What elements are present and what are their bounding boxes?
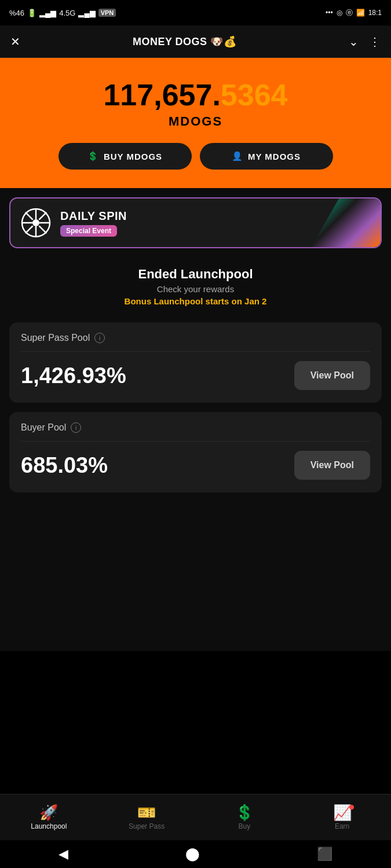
hero-buttons: 💲 BUY MDOGS 👤 MY MDOGS [12,143,379,170]
pool-card-header-super: Super Pass Pool i [21,333,370,352]
bottom-nav: 🚀 Launchpool 🎫 Super Pass 💲 Buy 📈 Earn [0,794,391,840]
nav-super-pass[interactable]: 🎫 Super Pass [98,800,196,835]
status-left: %46 🔋 ▂▄▆ 4.5G ▂▄▆ VPN [9,9,116,17]
nav-earn[interactable]: 📈 Earn [293,800,391,835]
signal-icon-2: ▂▄▆ [78,9,95,17]
hero-section: 117,657.5364 MDOGS 💲 BUY MDOGS 👤 MY MDOG… [0,58,391,188]
battery-indicator: %46 [9,9,24,17]
buy-mdogs-button[interactable]: 💲 BUY MDOGS [59,143,192,170]
person-icon: 👤 [232,151,243,161]
view-super-pass-pool-button[interactable]: View Pool [294,361,370,390]
amount-decimal: 5364 [221,78,288,112]
svg-point-1 [32,219,39,226]
amount-whole: 117,657. [103,78,220,112]
my-mdogs-button[interactable]: 👤 MY MDOGS [200,143,333,170]
super-pass-percentage: 1,426.93% [21,363,126,388]
launchpool-section: Ended Launchpool Check your rewards Bonu… [9,262,382,311]
circle-icon: ◎ [337,9,342,17]
earn-icon-wrapper: 📈 [333,805,352,820]
spin-title: DAILY SPIN [60,209,370,223]
super-pass-pool-card: Super Pass Pool i 1,426.93% View Pool [9,322,382,403]
launchpool-nav-label: Launchpool [31,822,67,830]
nav-buy[interactable]: 💲 Buy [196,800,294,835]
android-back-button[interactable]: ◀ [59,847,68,862]
app-bar-actions: ⌄ ⋮ [349,35,381,49]
buy-nav-label: Buy [239,822,251,830]
android-nav-bar: ◀ ⬤ ⬛ [0,840,391,868]
buyer-pool-label: Buyer Pool [21,422,66,433]
clock: 18:1 [368,9,382,17]
buyer-pool-percentage: 685.03% [21,453,108,478]
spin-badge: Special Event [60,225,117,237]
android-recents-button[interactable]: ⬛ [317,847,332,862]
status-right: ••• ◎ ⓔ 📶 18:1 [326,8,382,18]
spin-text: DAILY SPIN Special Event [60,209,370,237]
launchpool-title: Ended Launchpool [9,267,382,282]
super-pass-nav-label: Super Pass [129,822,165,830]
pool-card-header-buyer: Buyer Pool i [21,422,370,442]
svg-line-8 [39,212,46,220]
browser-icon: ⓔ [346,8,353,18]
nav-launchpool[interactable]: 🚀 Launchpool [0,800,98,835]
hero-currency: MDOGS [12,114,379,129]
earn-nav-label: Earn [335,822,349,830]
buy-mdogs-label: BUY MDOGS [104,152,162,161]
signal-icon: ▂▄▆ [39,9,56,17]
hero-amount: 117,657.5364 [12,79,379,112]
launchpool-subtitle: Check your rewards [9,284,382,294]
battery-icon: 🔋 [27,9,36,17]
launchpool-nav-icon: 🚀 [39,805,58,820]
my-mdogs-label: MY MDOGS [248,152,301,161]
super-pass-info-icon[interactable]: i [94,333,105,343]
daily-spin-banner[interactable]: DAILY SPIN Special Event [9,197,382,248]
status-bar: %46 🔋 ▂▄▆ 4.5G ▂▄▆ VPN ••• ◎ ⓔ 📶 18:1 [0,0,391,25]
super-pass-nav-icon: 🎫 [137,805,156,820]
earn-nav-icon: 📈 [333,804,352,821]
dollar-icon: 💲 [87,151,99,161]
main-content: DAILY SPIN Special Event Ended Launchpoo… [0,188,391,651]
spin-wheel-icon [21,208,51,238]
buyer-pool-card: Buyer Pool i 685.03% View Pool [9,412,382,492]
dots-icon: ••• [326,9,333,17]
svg-line-7 [39,226,46,234]
launchpool-bonus: Bonus Launchpool starts on Jan 2 [9,296,382,306]
buyer-pool-info-icon[interactable]: i [71,422,81,433]
buy-nav-icon: 💲 [235,805,254,820]
app-title: MONEY DOGS 🐶💰 [133,35,236,48]
wifi-icon: 📶 [356,9,365,17]
network-type: 4.5G [59,9,75,17]
super-pass-pool-label: Super Pass Pool [21,333,90,343]
close-button[interactable]: ✕ [10,35,20,49]
app-bar: ✕ MONEY DOGS 🐶💰 ⌄ ⋮ [0,25,391,58]
view-buyer-pool-button[interactable]: View Pool [294,451,370,480]
menu-button[interactable]: ⋮ [369,35,381,49]
vpn-badge: VPN [98,9,116,17]
android-home-button[interactable]: ⬤ [185,847,200,862]
svg-line-6 [25,212,33,220]
dropdown-button[interactable]: ⌄ [349,35,359,49]
pool-card-body-super: 1,426.93% View Pool [21,361,370,390]
svg-line-9 [25,226,33,234]
pool-card-body-buyer: 685.03% View Pool [21,451,370,480]
